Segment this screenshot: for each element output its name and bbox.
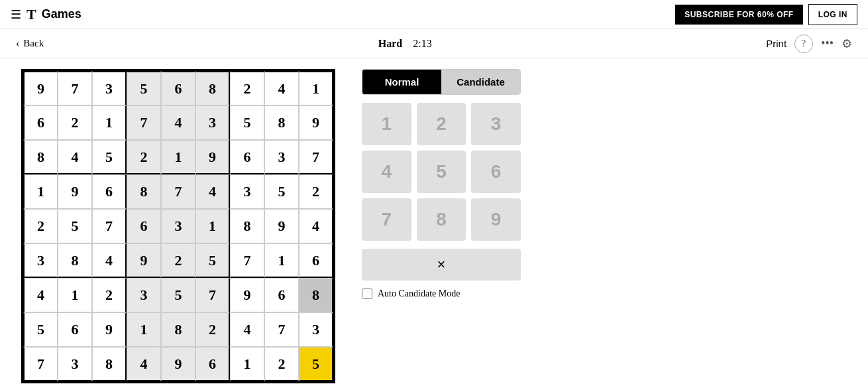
table-row[interactable]: 3	[58, 347, 92, 381]
table-row[interactable]: 6	[195, 347, 230, 381]
table-row[interactable]: 2	[92, 278, 127, 312]
numpad-button-5[interactable]: 5	[417, 151, 466, 193]
table-row[interactable]: 6	[264, 278, 299, 312]
table-row[interactable]: 1	[92, 105, 127, 140]
table-row[interactable]: 8	[299, 278, 333, 312]
table-row[interactable]: 3	[299, 312, 333, 347]
table-row[interactable]: 8	[127, 174, 161, 209]
erase-button[interactable]: ×	[362, 249, 521, 281]
table-row[interactable]: 7	[23, 347, 58, 381]
numpad-button-7[interactable]: 7	[362, 198, 411, 241]
table-row[interactable]: 4	[23, 278, 58, 312]
table-row[interactable]: 2	[58, 105, 92, 140]
hamburger-icon[interactable]: ☰	[11, 7, 21, 22]
table-row[interactable]: 6	[230, 140, 264, 174]
table-row[interactable]: 3	[264, 140, 299, 174]
numpad-button-4[interactable]: 4	[362, 151, 411, 193]
table-row[interactable]: 5	[92, 140, 127, 174]
table-row[interactable]: 6	[23, 105, 58, 140]
table-row[interactable]: 3	[23, 243, 58, 278]
table-row[interactable]: 9	[58, 174, 92, 209]
table-row[interactable]: 1	[127, 312, 161, 347]
table-row[interactable]: 5	[58, 209, 92, 243]
table-row[interactable]: 9	[195, 140, 230, 174]
table-row[interactable]: 2	[230, 71, 264, 105]
table-row[interactable]: 1	[161, 140, 195, 174]
table-row[interactable]: 4	[299, 209, 333, 243]
numpad-button-8[interactable]: 8	[417, 198, 466, 241]
help-button[interactable]: ?	[794, 34, 813, 53]
table-row[interactable]: 7	[299, 140, 333, 174]
settings-button[interactable]: ⚙	[841, 36, 852, 51]
table-row[interactable]: 5	[161, 278, 195, 312]
table-row[interactable]: 7	[127, 105, 161, 140]
table-row[interactable]: 2	[264, 347, 299, 381]
table-row[interactable]: 5	[127, 71, 161, 105]
table-row[interactable]: 5	[230, 105, 264, 140]
login-button[interactable]: LOG IN	[808, 4, 857, 25]
table-row[interactable]: 7	[195, 278, 230, 312]
table-row[interactable]: 8	[195, 71, 230, 105]
table-row[interactable]: 4	[161, 105, 195, 140]
table-row[interactable]: 6	[92, 174, 127, 209]
more-button[interactable]: •••	[821, 36, 834, 50]
table-row[interactable]: 4	[195, 174, 230, 209]
table-row[interactable]: 3	[92, 71, 127, 105]
table-row[interactable]: 8	[264, 105, 299, 140]
numpad-button-3[interactable]: 3	[471, 103, 521, 145]
table-row[interactable]: 3	[161, 209, 195, 243]
table-row[interactable]: 2	[195, 312, 230, 347]
table-row[interactable]: 7	[230, 243, 264, 278]
table-row[interactable]: 6	[299, 243, 333, 278]
table-row[interactable]: 1	[230, 347, 264, 381]
table-row[interactable]: 2	[23, 209, 58, 243]
table-row[interactable]: 9	[92, 312, 127, 347]
table-row[interactable]: 7	[58, 71, 92, 105]
table-row[interactable]: 1	[23, 174, 58, 209]
sudoku-grid[interactable]: 9735682416217435898452196371968743522576…	[21, 69, 335, 383]
table-row[interactable]: 3	[195, 105, 230, 140]
table-row[interactable]: 7	[92, 209, 127, 243]
table-row[interactable]: 6	[127, 209, 161, 243]
table-row[interactable]: 9	[127, 243, 161, 278]
table-row[interactable]: 7	[161, 174, 195, 209]
table-row[interactable]: 9	[299, 105, 333, 140]
table-row[interactable]: 8	[230, 209, 264, 243]
numpad-button-1[interactable]: 1	[362, 103, 411, 145]
numpad-button-2[interactable]: 2	[417, 103, 466, 145]
table-row[interactable]: 5	[299, 347, 333, 381]
table-row[interactable]: 9	[161, 347, 195, 381]
table-row[interactable]: 4	[230, 312, 264, 347]
table-row[interactable]: 9	[23, 71, 58, 105]
table-row[interactable]: 3	[127, 278, 161, 312]
table-row[interactable]: 2	[299, 174, 333, 209]
table-row[interactable]: 9	[230, 278, 264, 312]
table-row[interactable]: 9	[264, 209, 299, 243]
back-nav[interactable]: ‹ Back	[16, 38, 44, 50]
table-row[interactable]: 4	[127, 347, 161, 381]
numpad-button-6[interactable]: 6	[471, 151, 521, 193]
table-row[interactable]: 4	[264, 71, 299, 105]
table-row[interactable]: 3	[230, 174, 264, 209]
table-row[interactable]: 4	[92, 243, 127, 278]
table-row[interactable]: 2	[127, 140, 161, 174]
table-row[interactable]: 5	[23, 312, 58, 347]
table-row[interactable]: 5	[264, 174, 299, 209]
table-row[interactable]: 1	[58, 278, 92, 312]
table-row[interactable]: 4	[58, 140, 92, 174]
table-row[interactable]: 6	[161, 71, 195, 105]
table-row[interactable]: 2	[161, 243, 195, 278]
numpad-button-9[interactable]: 9	[471, 198, 521, 241]
table-row[interactable]: 1	[195, 209, 230, 243]
normal-mode-button[interactable]: Normal	[362, 70, 441, 94]
table-row[interactable]: 7	[264, 312, 299, 347]
auto-candidate-checkbox[interactable]	[362, 289, 372, 299]
table-row[interactable]: 8	[23, 140, 58, 174]
table-row[interactable]: 1	[299, 71, 333, 105]
table-row[interactable]: 5	[195, 243, 230, 278]
table-row[interactable]: 8	[92, 347, 127, 381]
candidate-mode-button[interactable]: Candidate	[441, 70, 520, 94]
table-row[interactable]: 1	[264, 243, 299, 278]
subscribe-button[interactable]: SUBSCRIBE FOR 60% OFF	[675, 5, 803, 25]
table-row[interactable]: 8	[161, 312, 195, 347]
